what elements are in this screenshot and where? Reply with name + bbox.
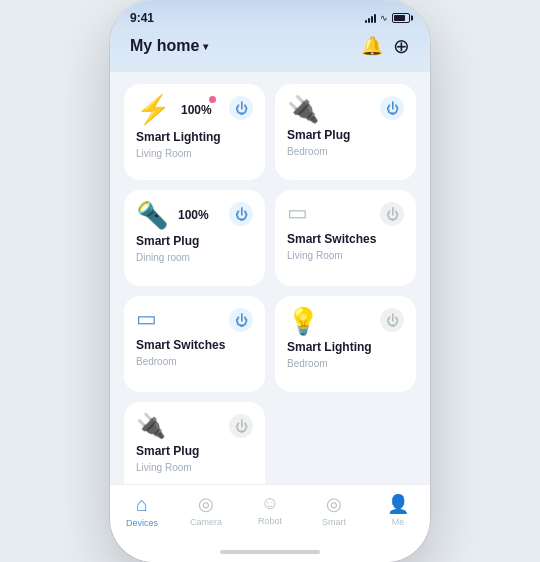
- device-name: Smart Plug: [136, 444, 253, 460]
- power-button[interactable]: ⏻: [380, 96, 404, 120]
- device-location: Bedroom: [136, 356, 253, 367]
- bottom-nav: ⌂ Devices ◎ Camera ☺ Robot ◎ Smart 👤 Me: [110, 484, 430, 542]
- device-name: Smart Plug: [287, 128, 404, 144]
- device-location: Bedroom: [287, 358, 404, 369]
- device-card-smart-plug-living[interactable]: 🔌 ⏻ Smart Plug Living Room: [124, 402, 265, 484]
- power-button[interactable]: ⏻: [229, 414, 253, 438]
- lightning-icon: ⚡: [136, 96, 171, 124]
- nav-label-camera: Camera: [190, 517, 222, 527]
- nav-item-robot[interactable]: ☺ Robot: [245, 493, 295, 526]
- device-location: Dining room: [136, 252, 253, 263]
- home-bar: [220, 550, 320, 554]
- device-location: Living Room: [136, 462, 253, 473]
- nav-label-devices: Devices: [126, 518, 158, 528]
- device-location: Living Room: [287, 250, 404, 261]
- phone-shell: 9:41 ∿ My home ▾ 🔔 ⊕: [110, 0, 430, 562]
- home-title[interactable]: My home ▾: [130, 37, 208, 55]
- signal-bars-icon: [365, 13, 376, 23]
- home-indicator: [110, 542, 430, 562]
- device-icon-wrap: 🔌: [287, 96, 319, 122]
- power-button[interactable]: ⏻: [380, 308, 404, 332]
- device-card-smart-plug-bedroom[interactable]: 🔌 ⏻ Smart Plug Bedroom: [275, 84, 416, 180]
- device-name: Smart Lighting: [136, 130, 253, 146]
- devices-row-2: ▭ ⏻ Smart Switches Bedroom 💡 ⏻ Smart Lig…: [124, 296, 416, 392]
- device-card-smart-plug-dining[interactable]: 🔦 100% ⏻ Smart Plug Dining room: [124, 190, 265, 286]
- power-button[interactable]: ⏻: [229, 202, 253, 226]
- camera-icon: ◎: [198, 493, 214, 515]
- switch2-icon: ▭: [136, 308, 157, 330]
- smart-icon: ◎: [326, 493, 342, 515]
- nav-label-smart: Smart: [322, 517, 346, 527]
- status-bar: 9:41 ∿: [110, 0, 430, 28]
- device-name: Smart Lighting: [287, 340, 404, 356]
- device-card-smart-lighting-bedroom[interactable]: 💡 ⏻ Smart Lighting Bedroom: [275, 296, 416, 392]
- home-title-text: My home: [130, 37, 199, 55]
- nav-label-me: Me: [392, 517, 405, 527]
- power-button[interactable]: ⏻: [229, 96, 253, 120]
- bell-icon[interactable]: 🔔: [361, 35, 383, 57]
- plug-icon: 🔌: [287, 96, 319, 122]
- device-icon-wrap: ▭: [136, 308, 157, 330]
- battery-icon: [392, 13, 410, 23]
- switch-icon: ▭: [287, 202, 308, 224]
- device-name: Smart Plug: [136, 234, 253, 250]
- status-time: 9:41: [130, 11, 154, 25]
- home-icon: ⌂: [136, 493, 148, 516]
- device-icon-wrap: 💡: [287, 308, 319, 334]
- lamp-icon: 🔦: [136, 202, 168, 228]
- robot-icon: ☺: [261, 493, 279, 514]
- pink-dot: [209, 96, 216, 103]
- header: My home ▾ 🔔 ⊕: [110, 28, 430, 72]
- devices-row-1: 🔦 100% ⏻ Smart Plug Dining room ▭ ⏻ Smar…: [124, 190, 416, 286]
- percentage-label: 100%: [178, 208, 209, 222]
- device-icon-wrap: ▭: [287, 202, 308, 224]
- nav-item-me[interactable]: 👤 Me: [373, 493, 423, 527]
- nav-item-smart[interactable]: ◎ Smart: [309, 493, 359, 527]
- add-icon[interactable]: ⊕: [393, 34, 410, 58]
- status-icons: ∿: [365, 13, 410, 23]
- device-card-smart-switches-living[interactable]: ▭ ⏻ Smart Switches Living Room: [275, 190, 416, 286]
- power-button[interactable]: ⏻: [380, 202, 404, 226]
- content: ⚡ 100% ⏻ Smart Lighting Living Room 🔌 ⏻: [110, 72, 430, 484]
- device-name: Smart Switches: [136, 338, 253, 354]
- device-icon-wrap: ⚡ 100%: [136, 96, 212, 124]
- plug2-icon: 🔌: [136, 414, 166, 438]
- device-card-smart-switches-bedroom[interactable]: ▭ ⏻ Smart Switches Bedroom: [124, 296, 265, 392]
- nav-item-camera[interactable]: ◎ Camera: [181, 493, 231, 527]
- chevron-down-icon: ▾: [203, 41, 208, 52]
- device-location: Living Room: [136, 148, 253, 159]
- devices-row-3: 🔌 ⏻ Smart Plug Living Room: [124, 402, 416, 484]
- device-name: Smart Switches: [287, 232, 404, 248]
- bulb-icon: 💡: [287, 308, 319, 334]
- device-icon-wrap: 🔌: [136, 414, 166, 438]
- header-actions: 🔔 ⊕: [361, 34, 410, 58]
- nav-item-devices[interactable]: ⌂ Devices: [117, 493, 167, 528]
- devices-row-0: ⚡ 100% ⏻ Smart Lighting Living Room 🔌 ⏻: [124, 84, 416, 180]
- power-button[interactable]: ⏻: [229, 308, 253, 332]
- wifi-icon: ∿: [380, 13, 388, 23]
- person-icon: 👤: [387, 493, 409, 515]
- device-location: Bedroom: [287, 146, 404, 157]
- nav-label-robot: Robot: [258, 516, 282, 526]
- device-icon-wrap: 🔦 100%: [136, 202, 209, 228]
- percentage-label: 100%: [181, 103, 212, 117]
- device-card-smart-lighting-living[interactable]: ⚡ 100% ⏻ Smart Lighting Living Room: [124, 84, 265, 180]
